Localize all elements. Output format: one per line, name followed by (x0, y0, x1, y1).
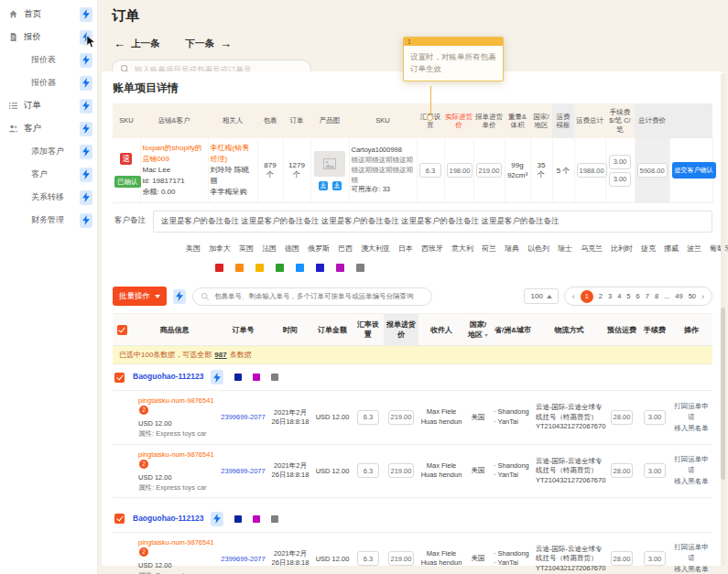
country-filter[interactable]: 波兰 (687, 244, 701, 254)
orders-search[interactable] (192, 287, 432, 306)
order-number-link[interactable]: 2399699-2077 (221, 555, 265, 563)
bolt-icon[interactable] (80, 145, 92, 159)
group-tag-color[interactable] (234, 374, 242, 381)
country-filter[interactable]: 捷克 (641, 244, 656, 254)
fee-usd-input[interactable]: 3.00 (609, 155, 631, 169)
prev-record-button[interactable]: 上一条 (131, 38, 160, 50)
bolt-icon[interactable] (80, 168, 92, 182)
country-filter[interactable]: 美国 (186, 244, 201, 254)
country-filter[interactable]: 法国 (262, 244, 277, 254)
declared-price-input[interactable]: 219.00 (388, 410, 415, 425)
submit-confirm-button[interactable]: 提交客户确认 (672, 162, 716, 179)
shop-link[interactable]: foxpan的shopify的店铺009 (143, 143, 206, 165)
download-icon[interactable] (332, 181, 342, 190)
page-number[interactable]: 2 (599, 292, 603, 300)
est-shipping-input[interactable]: 28.00 (611, 410, 634, 425)
bulk-actions-button[interactable]: 批量操作 (113, 287, 167, 306)
country-filter[interactable]: 荷兰 (482, 244, 496, 254)
sidebar-item-quotation-table[interactable]: 报价表 (0, 49, 97, 71)
group-tag-color[interactable] (253, 374, 260, 381)
country-filter[interactable]: 乌克兰 (581, 244, 603, 254)
country-filter[interactable]: 巴西 (338, 244, 353, 254)
tag-color[interactable] (255, 264, 264, 272)
page-number[interactable]: 4 (617, 292, 621, 300)
fee-cny-input[interactable]: 3.00 (609, 172, 631, 187)
prev-page-icon[interactable]: ‹ (572, 292, 575, 301)
product-link[interactable]: pingtaisku-num-9876541 (138, 396, 214, 405)
page-number[interactable]: 6 (636, 292, 640, 300)
bolt-icon[interactable] (211, 370, 223, 384)
tag-color[interactable] (316, 264, 324, 272)
page-number[interactable]: 49 (675, 292, 682, 300)
reject-waybill-link[interactable]: 打回运单申请 (672, 454, 711, 476)
package-link[interactable]: Baoguohao-112123 (133, 372, 203, 381)
sidebar-item-finance[interactable]: 财务管理 (0, 209, 97, 232)
declared-price-input[interactable]: 219.00 (388, 463, 415, 478)
orders-search-input[interactable] (214, 292, 424, 300)
package-link[interactable]: Baoguohao-112123 (133, 514, 203, 523)
fee-input[interactable]: 3.00 (644, 463, 666, 478)
page-number[interactable]: 3 (608, 292, 612, 300)
move-blacklist-link[interactable]: 移入黑名单 (672, 423, 711, 434)
country-filter[interactable]: 日本 (398, 244, 413, 254)
bolt-icon[interactable] (80, 122, 92, 136)
fee-input[interactable]: 3.00 (644, 410, 666, 425)
prev-arrow-icon[interactable]: ← (114, 37, 125, 50)
tag-color[interactable] (215, 264, 223, 272)
country-filter[interactable]: 西班牙 (421, 244, 443, 254)
page-number[interactable]: 1 (581, 290, 593, 303)
sidebar-item-customers[interactable]: 客户 (0, 117, 97, 140)
bolt-icon[interactable] (80, 213, 92, 228)
sidebar-item-relation-transfer[interactable]: 关系转移 (0, 186, 97, 209)
page-number[interactable]: 50 (689, 292, 696, 300)
rate-input[interactable]: 6.3 (357, 410, 379, 425)
country-filter[interactable]: 以色列 (527, 244, 549, 254)
country-filter[interactable]: 瑞士 (558, 244, 572, 254)
page-number[interactable]: 8 (655, 292, 658, 300)
group-checkbox[interactable] (114, 373, 125, 383)
rate-input[interactable]: 6.3 (357, 551, 379, 566)
reject-waybill-link[interactable]: 打回运单申请 (672, 401, 711, 423)
group-checkbox[interactable] (114, 514, 125, 524)
country-filter[interactable]: 澳大利亚 (361, 244, 390, 254)
est-shipping-input[interactable]: 28.00 (611, 463, 634, 478)
country-filter[interactable]: 葡萄牙 (710, 244, 728, 254)
move-blacklist-link[interactable]: 移入黑名单 (672, 564, 711, 574)
bolt-icon[interactable] (211, 512, 223, 526)
tag-color[interactable] (356, 264, 364, 272)
sidebar-item-add-customer[interactable]: 添加客户 (0, 140, 97, 163)
rate-input[interactable]: 6.3 (357, 463, 379, 478)
bolt-icon[interactable] (80, 53, 92, 68)
page-number[interactable]: 7 (646, 292, 649, 300)
exchange-rate-input[interactable]: 6.3 (419, 163, 441, 178)
country-filter[interactable]: 瑞典 (505, 244, 519, 254)
tag-color[interactable] (276, 264, 284, 272)
country-filter[interactable]: 俄罗斯 (308, 244, 330, 254)
sidebar-item-quotation-tool[interactable]: 报价器 (0, 71, 97, 94)
filter-caret-icon[interactable] (484, 334, 488, 337)
group-tag-color[interactable] (271, 515, 278, 523)
bolt-icon[interactable] (173, 289, 186, 304)
product-image-placeholder[interactable] (314, 151, 345, 177)
bolt-icon[interactable] (80, 190, 92, 205)
order-number-link[interactable]: 2399699-2077 (221, 413, 265, 421)
page-size-select[interactable]: 100 (524, 288, 558, 304)
related-primary[interactable]: 李红梅(销售经理) (211, 143, 255, 165)
country-filter[interactable]: 意大利 (451, 244, 473, 254)
product-link[interactable]: pingtaisku-num-9876541 (138, 538, 214, 547)
page-number[interactable]: 5 (626, 292, 630, 300)
declared-price-input[interactable]: 219.00 (476, 163, 503, 178)
shipping-total-input[interactable]: 1988.00 (577, 163, 607, 178)
country-filter[interactable]: 英国 (239, 244, 254, 254)
group-tag-color[interactable] (253, 515, 260, 523)
fee-input[interactable]: 3.00 (644, 551, 666, 566)
actual-price-input[interactable]: 198.00 (447, 163, 473, 178)
download-icon[interactable] (319, 181, 328, 190)
tag-color[interactable] (296, 264, 304, 272)
sidebar-item-orders[interactable]: 订单 (0, 94, 97, 117)
country-filter[interactable]: 德国 (285, 244, 299, 254)
country-filter[interactable]: 加拿大 (209, 244, 231, 254)
group-tag-color[interactable] (271, 374, 278, 381)
country-filter[interactable]: 比利时 (611, 244, 633, 254)
sidebar-item-home[interactable]: 首页 (0, 3, 97, 26)
